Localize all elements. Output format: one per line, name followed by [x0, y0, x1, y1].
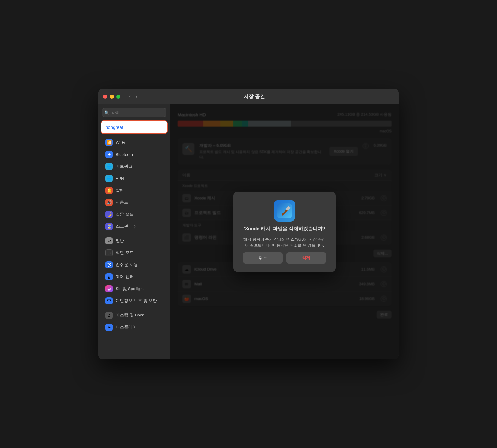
sidebar-label-control: 제어 센터 [116, 274, 134, 280]
traffic-lights [103, 95, 120, 99]
general-icon: ⚙ [105, 237, 113, 244]
content: 🔍 hongreat 📶 Wi-Fi ✦ Bluetooth 🌐 네트워크 🌐 [98, 104, 399, 359]
xcode-icon-svg [277, 203, 292, 218]
page-title: 저장 공간 [139, 93, 370, 100]
modal-buttons: 취소 삭제 [243, 252, 326, 264]
display-mode-icon: ⊙ [105, 249, 113, 256]
control-icon: 🎛 [105, 273, 113, 280]
bluetooth-icon: ✦ [105, 151, 113, 158]
sidebar-label-display-mode: 화면 모드 [116, 250, 134, 256]
sidebar-item-display-mode[interactable]: ⊙ 화면 모드 [101, 247, 168, 259]
network-icon: 🌐 [105, 163, 113, 170]
sidebar-label-sound: 사운드 [116, 200, 128, 205]
sidebar-label-desktop: 데스탑 및 Dock [116, 313, 144, 318]
accessibility-icon: ♿ [105, 261, 113, 268]
privacy-icon: 🛡 [105, 297, 113, 304]
wifi-icon: 📶 [105, 139, 113, 146]
main-window: ‹ › 저장 공간 🔍 hongreat 📶 Wi-Fi ✦ Bluetooth [98, 89, 399, 359]
sidebar-label-accessibility: 손쉬운 사용 [116, 262, 138, 268]
sidebar-item-accessibility[interactable]: ♿ 손쉬운 사용 [101, 259, 168, 271]
vpn-icon: 🌐 [105, 175, 113, 182]
sidebar-item-focus[interactable]: 🌙 집중 모드 [101, 209, 168, 220]
delete-confirmation-modal: 'Xcode 캐시' 파일을 삭제하겠습니까? 해당 항목이 즉시 삭제되며 2… [233, 192, 336, 272]
search-icon: 🔍 [104, 110, 109, 115]
sidebar-label-monitor: 디스플레이 [116, 325, 137, 330]
sidebar-label-siri: Siri 및 Spotlight [116, 286, 144, 292]
modal-title: 'Xcode 캐시' 파일을 삭제하겠습니까? [244, 226, 325, 232]
sidebar-item-control[interactable]: 🎛 제어 센터 [101, 271, 168, 283]
titlebar: ‹ › 저장 공간 [98, 89, 399, 104]
forward-arrow-icon[interactable]: › [134, 93, 139, 100]
main-content: Macintosh HD 245.11GB 중 214.53GB 사용됨 mac… [170, 104, 399, 359]
modal-description: 해당 항목이 즉시 삭제되며 2.79GB의 저장 공간이 확보됩니다. 이 동… [243, 236, 326, 248]
user-name: hongreat [105, 125, 163, 130]
screentime-icon: ⌛ [105, 223, 113, 230]
sidebar-item-desktop[interactable]: 🖥 데스탑 및 Dock [101, 310, 168, 321]
back-arrow-icon[interactable]: ‹ [128, 93, 132, 100]
sidebar-label-vpn: VPN [116, 176, 124, 181]
sidebar-item-siri[interactable]: ◎ Siri 및 Spotlight [101, 283, 168, 295]
sidebar-label-screentime: 스크린 타임 [116, 224, 138, 229]
monitor-icon: ☀ [105, 324, 113, 331]
modal-cancel-button[interactable]: 취소 [243, 252, 283, 264]
sidebar-item-monitor[interactable]: ☀ 디스플레이 [101, 322, 168, 333]
xcode-modal-icon [274, 200, 295, 222]
sidebar-item-sound[interactable]: 🔊 사운드 [101, 197, 168, 208]
modal-overlay: 'Xcode 캐시' 파일을 삭제하겠습니까? 해당 항목이 즉시 삭제되며 2… [170, 104, 399, 359]
sidebar-item-alert[interactable]: 🔔 알림 [101, 185, 168, 196]
sidebar-item-screentime[interactable]: ⌛ 스크린 타임 [101, 221, 168, 232]
sidebar-item-wifi[interactable]: 📶 Wi-Fi [101, 137, 168, 148]
user-item[interactable]: hongreat [101, 120, 168, 134]
search-box[interactable]: 🔍 [102, 108, 166, 117]
siri-icon: ◎ [105, 285, 113, 292]
focus-icon: 🌙 [105, 211, 113, 218]
sidebar-label-wifi: Wi-Fi [116, 140, 125, 145]
alert-icon: 🔔 [105, 187, 113, 194]
sidebar-item-network[interactable]: 🌐 네트워크 [101, 161, 168, 172]
sidebar-label-privacy: 개인정보 보호 및 보안 [116, 298, 157, 304]
titlebar-nav: ‹ › [128, 93, 139, 100]
desktop-icon: 🖥 [105, 312, 113, 319]
sidebar-label-bluetooth: Bluetooth [116, 152, 133, 157]
sidebar-label-network: 네트워크 [116, 164, 133, 169]
sound-icon: 🔊 [105, 199, 113, 206]
sidebar-item-general[interactable]: ⚙ 일반 [101, 235, 168, 247]
maximize-button[interactable] [116, 95, 120, 99]
sidebar: 🔍 hongreat 📶 Wi-Fi ✦ Bluetooth 🌐 네트워크 🌐 [98, 104, 170, 359]
minimize-button[interactable] [110, 95, 114, 99]
sidebar-label-focus: 집중 모드 [116, 212, 134, 217]
sidebar-item-bluetooth[interactable]: ✦ Bluetooth [101, 149, 168, 160]
sidebar-label-general: 일반 [116, 238, 124, 244]
sidebar-item-privacy[interactable]: 🛡 개인정보 보호 및 보안 [101, 295, 168, 307]
modal-delete-button[interactable]: 삭제 [286, 252, 326, 264]
close-button[interactable] [103, 95, 107, 99]
sidebar-item-vpn[interactable]: 🌐 VPN [101, 173, 168, 184]
sidebar-label-alert: 알림 [116, 188, 124, 193]
svg-rect-0 [277, 203, 292, 218]
search-input[interactable] [102, 108, 166, 117]
